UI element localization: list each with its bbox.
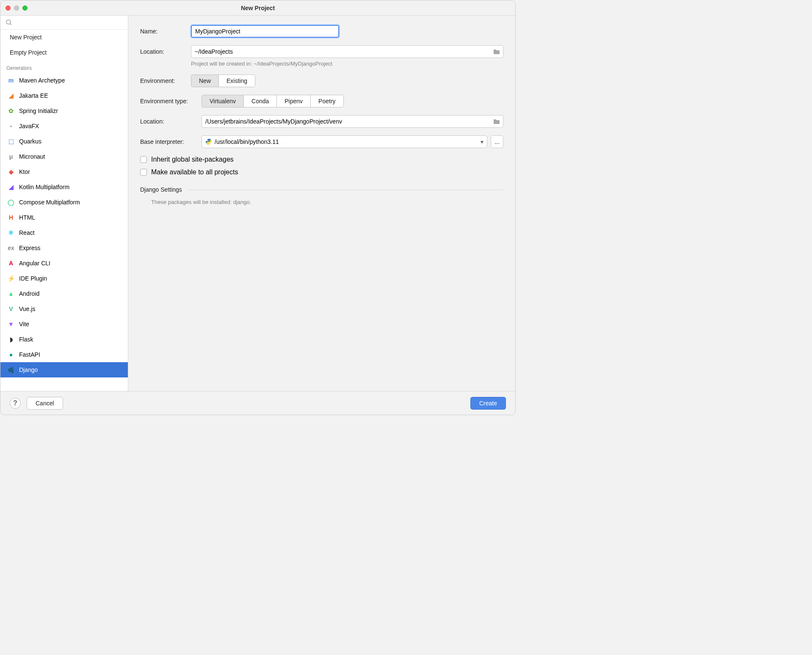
sidebar-item[interactable]: New Project xyxy=(0,30,128,45)
main-layout: New ProjectEmpty Project Generators mMav… xyxy=(0,16,515,391)
generator-icon: ✱ xyxy=(7,229,15,237)
generator-item[interactable]: ✿Spring Initializr xyxy=(0,103,128,118)
generator-label: Spring Initializr xyxy=(19,107,58,114)
generator-item[interactable]: VVue.js xyxy=(0,301,128,316)
folder-icon[interactable] xyxy=(493,118,500,124)
help-button[interactable]: ? xyxy=(10,398,21,409)
generator-icon: V xyxy=(7,305,15,313)
environment-type-segmented: VirtualenvCondaPipenvPoetry xyxy=(202,95,344,107)
generator-item[interactable]: mMaven Archetype xyxy=(0,73,128,88)
project-location-input[interactable] xyxy=(191,45,503,58)
environment-type-option[interactable]: Conda xyxy=(244,95,277,107)
location-help-text: Project will be created in: ~/IdeaProjec… xyxy=(191,61,503,67)
maximize-window-icon[interactable] xyxy=(22,6,28,11)
generator-icon: ◢ xyxy=(7,183,15,191)
generator-label: Vite xyxy=(19,321,29,328)
generator-item[interactable]: ◢Jakarta EE xyxy=(0,88,128,103)
environment-type-option[interactable]: Pipenv xyxy=(277,95,311,107)
generator-icon: A xyxy=(7,259,15,267)
generator-item[interactable]: ◢Kotlin Multiplatform xyxy=(0,179,128,195)
inherit-label: Inherit global site-packages xyxy=(151,156,234,163)
generator-icon: ◆ xyxy=(7,168,15,176)
generator-label: React xyxy=(19,229,35,236)
generator-icon: ⚡ xyxy=(7,275,15,282)
create-button[interactable]: Create xyxy=(470,397,506,410)
generator-icon: ex xyxy=(7,244,15,252)
environment-type-option[interactable]: Virtualenv xyxy=(202,95,244,107)
location-label: Location: xyxy=(140,48,191,55)
environment-type-option[interactable]: Poetry xyxy=(311,95,343,107)
generator-icon: ▲ xyxy=(7,290,15,297)
generator-label: HTML xyxy=(19,214,35,221)
django-settings-divider: Django Settings xyxy=(140,186,503,193)
generator-item[interactable]: ✱React xyxy=(0,225,128,240)
base-interpreter-label: Base interpreter: xyxy=(140,138,202,145)
generator-label: Compose Multiplatform xyxy=(19,199,80,206)
generator-icon: ◗ xyxy=(7,336,15,343)
generator-label: Kotlin Multiplatform xyxy=(19,184,69,190)
generator-item[interactable]: μMicronaut xyxy=(0,149,128,164)
environment-option[interactable]: New xyxy=(191,75,219,87)
generator-item[interactable]: ⬚Quarkus xyxy=(0,134,128,149)
generator-item[interactable]: ▲Android xyxy=(0,286,128,301)
generator-item[interactable]: ⚡IDE Plugin xyxy=(0,271,128,286)
cancel-button[interactable]: Cancel xyxy=(27,397,63,410)
generator-icon: m xyxy=(7,77,15,84)
environment-type-label: Environment type: xyxy=(140,98,202,105)
generator-icon: ◯ xyxy=(7,198,15,206)
env-location-input[interactable] xyxy=(202,115,503,128)
svg-line-1 xyxy=(10,24,11,25)
generator-icon: H xyxy=(7,214,15,221)
titlebar: New Project xyxy=(0,0,515,16)
sidebar-item[interactable]: Empty Project xyxy=(0,45,128,60)
make-available-checkbox-row[interactable]: Make available to all projects xyxy=(140,168,503,176)
folder-icon[interactable] xyxy=(493,49,500,55)
generator-label: Django xyxy=(19,366,38,373)
search-box[interactable] xyxy=(0,16,128,30)
project-name-input[interactable] xyxy=(191,25,339,38)
generator-item[interactable]: exExpress xyxy=(0,240,128,256)
generator-item[interactable]: AAngular CLI xyxy=(0,256,128,271)
generator-item[interactable]: ◆Ktor xyxy=(0,164,128,179)
environment-option[interactable]: Existing xyxy=(219,75,255,87)
generators-header: Generators xyxy=(0,60,128,73)
browse-interpreter-button[interactable]: ... xyxy=(491,135,503,148)
search-icon xyxy=(6,19,12,26)
make-available-label: Make available to all projects xyxy=(151,168,238,176)
inherit-checkbox[interactable] xyxy=(140,156,147,163)
base-interpreter-value: /usr/local/bin/python3.11 xyxy=(215,138,279,145)
generator-label: Android xyxy=(19,290,39,297)
name-label: Name: xyxy=(140,28,191,35)
generator-label: IDE Plugin xyxy=(19,275,47,282)
generator-icon: μ xyxy=(7,153,15,160)
generator-label: Quarkus xyxy=(19,138,41,145)
generator-label: Jakarta EE xyxy=(19,92,48,99)
generator-label: Micronaut xyxy=(19,153,45,160)
generator-icon: ▼ xyxy=(7,320,15,328)
generator-item[interactable]: ▼Vite xyxy=(0,316,128,332)
generator-item[interactable]: ◗Flask xyxy=(0,332,128,347)
environment-segmented: NewExisting xyxy=(191,74,255,87)
generator-icon: ◢ xyxy=(7,92,15,99)
divider-line xyxy=(187,190,503,190)
generator-icon: ⬚ xyxy=(7,138,15,145)
generator-item[interactable]: ●FastAPI xyxy=(0,347,128,362)
close-window-icon[interactable] xyxy=(6,6,11,11)
generator-label: Maven Archetype xyxy=(19,77,65,84)
sidebar: New ProjectEmpty Project Generators mMav… xyxy=(0,16,128,391)
make-available-checkbox[interactable] xyxy=(140,169,147,176)
base-interpreter-dropdown[interactable]: /usr/local/bin/python3.11 ▾ xyxy=(202,135,487,148)
generator-icon: ✿ xyxy=(7,107,15,115)
search-input[interactable] xyxy=(15,19,123,26)
generator-label: Vue.js xyxy=(19,305,35,312)
generator-label: JavaFX xyxy=(19,123,39,129)
generator-item[interactable]: djDjango xyxy=(0,362,128,377)
minimize-window-icon[interactable] xyxy=(14,6,19,11)
generator-item[interactable]: HHTML xyxy=(0,210,128,225)
generator-item[interactable]: ◯Compose Multiplatform xyxy=(0,195,128,210)
chevron-down-icon: ▾ xyxy=(481,138,483,145)
generator-icon: dj xyxy=(7,366,15,374)
generator-item[interactable]: ▪JavaFX xyxy=(0,118,128,134)
inherit-checkbox-row[interactable]: Inherit global site-packages xyxy=(140,156,503,163)
window-controls xyxy=(0,6,28,11)
